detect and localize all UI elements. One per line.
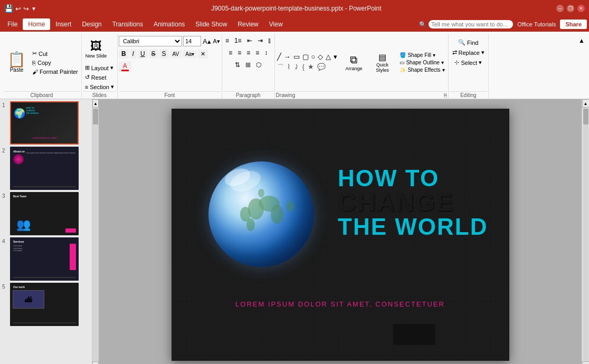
thumb-4-title: Services	[13, 240, 24, 243]
font-color-button[interactable]: A	[119, 61, 131, 72]
slide-thumbnail-2[interactable]: About us Lorem ipsum dolor sit amet cons…	[10, 147, 79, 190]
font-size-input[interactable]	[183, 36, 201, 46]
connector-shape[interactable]: ⤸	[292, 62, 300, 73]
slide-thumb-1[interactable]: 1 🌍 HOW TOCHANGETHE WORLD LOREM IPSUM DO…	[2, 101, 90, 145]
oval-shape[interactable]: ○	[310, 52, 317, 61]
char-spacing-button[interactable]: AV	[170, 50, 182, 58]
bracket-shape[interactable]: {	[301, 62, 306, 73]
numbering-button[interactable]: 1≡	[232, 36, 244, 45]
redo-icon[interactable]: ↪	[23, 5, 29, 13]
arrange-button[interactable]: ⧉ Arrange	[340, 47, 367, 79]
align-text-button[interactable]: ⊞	[243, 60, 253, 70]
shape-fill-button[interactable]: 🪣 Shape Fill ▾	[397, 52, 446, 59]
reset-button[interactable]: ↺ Reset	[83, 73, 116, 82]
justify-button[interactable]: ≡	[253, 48, 261, 58]
customize-icon[interactable]: ▼	[31, 6, 36, 12]
change-case-button[interactable]: Aa▾	[183, 50, 197, 58]
slide-thumbnail-5[interactable]: Our work 🏙	[10, 283, 79, 326]
vscroll-up-button[interactable]: ▲	[582, 99, 590, 108]
find-button[interactable]: 🔍 Find	[455, 38, 481, 47]
close-button[interactable]: ✕	[577, 5, 585, 12]
section-button[interactable]: ≡ Section ▾	[83, 82, 116, 91]
search-icon: 🔍	[419, 21, 426, 28]
curve-shape[interactable]: ⌒	[276, 62, 285, 73]
underline-button[interactable]: U	[138, 49, 148, 59]
ribbon-collapse-button[interactable]: ▲	[576, 36, 587, 45]
increase-indent-button[interactable]: ⇥	[255, 36, 265, 45]
slide-thumb-3[interactable]: 3 Best Team 👥	[2, 192, 90, 235]
strikethrough-button[interactable]: S	[149, 49, 158, 59]
menu-slideshow[interactable]: Slide Show	[190, 18, 232, 30]
paste-button[interactable]: 📋 Paste	[3, 45, 30, 80]
star-shape[interactable]: ★	[307, 62, 315, 73]
align-left-button[interactable]: ≡	[226, 48, 234, 58]
quick-styles-icon: ▤	[378, 52, 386, 62]
scroll-up-button[interactable]: ▲	[92, 99, 99, 108]
more-shapes[interactable]: ▾	[332, 52, 338, 61]
freeform-shape[interactable]: ⌇	[286, 62, 291, 73]
scroll-down-button[interactable]: ▼	[92, 361, 99, 364]
vscroll-thumb[interactable]	[583, 109, 588, 124]
drawing-expand-icon[interactable]: ⎘	[444, 92, 447, 98]
slide-thumb-4[interactable]: 4 Services Lorem ipsumLorem ipsumLorem i…	[2, 237, 90, 281]
rounded-rect-shape[interactable]: ▢	[301, 52, 310, 61]
tell-me-input[interactable]	[429, 20, 513, 28]
align-center-button[interactable]: ≡	[235, 48, 243, 58]
minimize-button[interactable]: ─	[556, 5, 564, 12]
line-spacing-button[interactable]: ↕	[262, 48, 270, 58]
vscroll-down-button[interactable]: ▼	[582, 361, 590, 364]
convert-to-smartart-button[interactable]: ⬡	[254, 60, 263, 70]
diamond-shape[interactable]: ◇	[317, 52, 324, 61]
slide-thumbnail-3[interactable]: Best Team 👥	[10, 192, 79, 235]
shadow-button[interactable]: S	[159, 49, 169, 59]
italic-button[interactable]: I	[130, 49, 137, 59]
slide-canvas[interactable]: HOW TO CHANGE THE WORLD LOREM IPSUM DOLO…	[172, 109, 509, 361]
triangle-shape[interactable]: △	[325, 52, 332, 61]
menu-animations[interactable]: Animations	[148, 18, 190, 30]
undo-icon[interactable]: ↩	[15, 5, 21, 13]
bold-button[interactable]: B	[119, 49, 129, 59]
font-name-select[interactable]: Calibri	[119, 36, 182, 46]
line-shape[interactable]: ╱	[276, 52, 282, 61]
align-right-button[interactable]: ≡	[244, 48, 252, 58]
select-button[interactable]: ⊹ Select ▾	[452, 58, 484, 67]
account-label[interactable]: Office Tutorials	[517, 21, 556, 27]
columns-button[interactable]: ⫿	[266, 36, 273, 45]
slide-thumb-5[interactable]: 5 Our work 🏙	[2, 283, 90, 326]
slide-thumbnail-4[interactable]: Services Lorem ipsumLorem ipsumLorem ips…	[10, 237, 79, 281]
menu-design[interactable]: Design	[77, 18, 107, 30]
shape-effects-button[interactable]: ✨ Shape Effects ▾	[397, 66, 446, 73]
replace-button[interactable]: ⇄ Replace ▾	[450, 48, 487, 57]
format-painter-button[interactable]: 🖌 Format Painter	[30, 68, 80, 76]
new-slide-button[interactable]: 🖼 New Slide	[83, 36, 110, 62]
clear-formatting-button[interactable]: ✕	[198, 50, 208, 59]
quick-styles-button[interactable]: ▤ QuickStyles	[369, 47, 395, 79]
font-size-decrease[interactable]: A▾	[213, 37, 221, 45]
decrease-indent-button[interactable]: ⇤	[245, 36, 254, 45]
vscroll-track	[583, 108, 588, 361]
menu-file[interactable]: File	[2, 18, 23, 30]
menu-review[interactable]: Review	[232, 18, 263, 30]
slide-thumb-2[interactable]: 2 About us Lorem ipsum dolor sit amet co…	[2, 147, 90, 190]
menu-insert[interactable]: Insert	[50, 18, 77, 30]
rect-shape[interactable]: ▭	[292, 52, 301, 61]
menu-home[interactable]: Home	[23, 18, 50, 30]
callout-shape[interactable]: 💬	[316, 62, 327, 73]
menu-view[interactable]: View	[264, 18, 288, 30]
save-icon[interactable]: 💾	[4, 4, 13, 13]
slide-thumbnail-1[interactable]: 🌍 HOW TOCHANGETHE WORLD LOREM IPSUM DOLO…	[10, 101, 79, 145]
restore-button[interactable]: ❐	[567, 5, 574, 12]
scroll-thumb[interactable]	[93, 109, 98, 124]
share-button[interactable]: Share	[560, 20, 587, 29]
layout-button[interactable]: ⊞ Layout ▾	[83, 63, 116, 72]
menu-transitions[interactable]: Transitions	[107, 18, 148, 30]
cut-button[interactable]: ✂ Cut	[30, 49, 80, 58]
text-direction-button[interactable]: ⇅	[233, 60, 242, 70]
bullets-button[interactable]: ≡	[223, 36, 231, 45]
shape-outline-button[interactable]: ▭ Shape Outline ▾	[397, 59, 446, 66]
window-controls[interactable]: ─ ❐ ✕	[556, 5, 585, 12]
copy-button[interactable]: ⎘ Copy	[30, 59, 80, 67]
font-size-increase[interactable]: A▴	[202, 37, 212, 46]
canvas-area: HOW TO CHANGE THE WORLD LOREM IPSUM DOLO…	[99, 99, 582, 364]
arrow-shape[interactable]: →	[283, 52, 292, 61]
